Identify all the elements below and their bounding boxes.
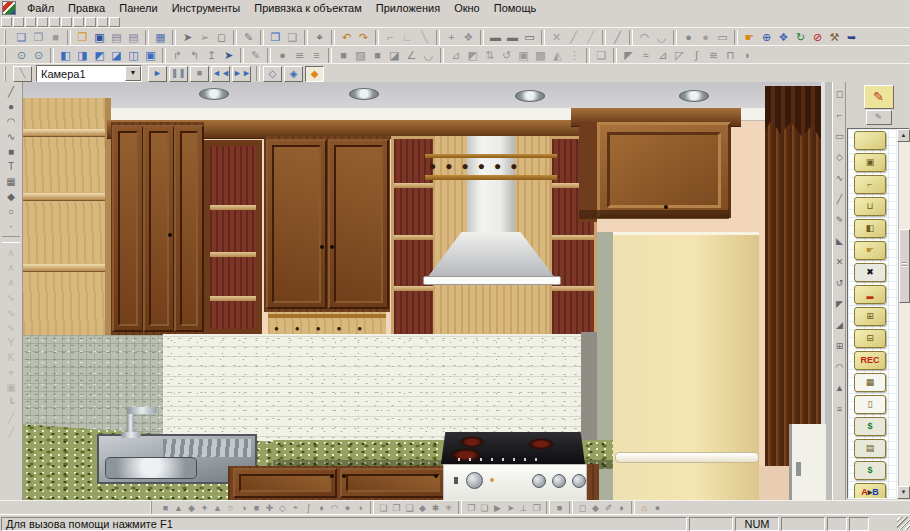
view-back-icon[interactable]: ◨ [74, 48, 91, 63]
pause-button[interactable]: ❚❚ [169, 66, 188, 82]
rect-plus-icon[interactable]: ▭ [714, 30, 731, 45]
misc-icon[interactable]: ◻ [576, 502, 589, 514]
toolbar-placeholder-cell[interactable] [109, 17, 120, 27]
reset-icon[interactable]: ↺ [498, 48, 515, 63]
object-shape-icon[interactable]: ✦ [198, 502, 211, 514]
fitting-icon[interactable]: ◆ [416, 502, 429, 514]
object-shape-icon[interactable]: ◇ [276, 502, 289, 514]
module-cabinet-open[interactable]: ⊟ [854, 329, 886, 348]
module-box[interactable] [854, 131, 886, 150]
tri-right-icon[interactable]: ◢ [834, 317, 846, 334]
toolbar-placeholder-cell[interactable] [85, 17, 96, 27]
accessory-icon[interactable]: ▶ [491, 502, 504, 514]
fitting-icon[interactable]: ❏ [377, 502, 390, 514]
camera-select[interactable]: Камера1 ▼ [36, 65, 142, 82]
tri-up-icon[interactable]: ◤ [834, 296, 846, 313]
arc-down-icon[interactable]: ◡ [653, 30, 670, 45]
room-tool-icon[interactable]: ◩ [464, 48, 481, 63]
scrollbar-thumb[interactable] [899, 229, 910, 303]
object-shape-icon[interactable]: ◠ [328, 502, 341, 514]
palette-scrollbar[interactable] [898, 129, 910, 488]
solid-rect2-icon[interactable]: ▬ [504, 30, 521, 45]
move-view-icon[interactable]: ❖ [775, 30, 792, 45]
view-right-icon[interactable]: ◪ [108, 48, 125, 63]
layers-icon[interactable]: ≡ [308, 48, 325, 63]
object-shape-icon[interactable]: ◖ [354, 502, 367, 514]
material-icon[interactable]: ● [274, 48, 291, 63]
object-shape-icon[interactable]: ◓ [289, 502, 302, 514]
object-shape-icon[interactable]: ○ [224, 502, 237, 514]
arc-tool-icon[interactable]: ◠ [2, 114, 20, 129]
circle-icon[interactable]: ● [680, 30, 697, 45]
print-icon[interactable]: ▦ [152, 30, 169, 45]
line-tool-icon[interactable]: ╱ [2, 84, 20, 99]
toolbar-placeholder-cell[interactable] [1, 17, 12, 27]
module-corner[interactable]: ⌐ [854, 175, 886, 194]
scroll-down-icon[interactable]: ▼ [897, 486, 910, 499]
corner-tool-icon[interactable]: ┗ [2, 395, 20, 410]
view-iso-icon[interactable]: ▣ [142, 48, 159, 63]
home-icon[interactable]: ⌂ [638, 502, 651, 514]
menu-item[interactable]: Правка [61, 1, 112, 15]
polyline-tool-icon[interactable]: ∟ [399, 30, 416, 45]
view-top-icon[interactable]: ◫ [125, 48, 142, 63]
curve-icon[interactable]: ◡ [420, 48, 437, 63]
wireframe-view-button[interactable]: ◇ [263, 66, 282, 82]
accessory-icon[interactable]: ❏ [478, 502, 491, 514]
arc-up-icon[interactable]: ◠ [636, 30, 653, 45]
blob-icon[interactable]: ● [651, 502, 664, 514]
line-tool-icon[interactable]: ⌐ [382, 30, 399, 45]
module-angled[interactable]: ◧ [854, 219, 886, 238]
copy-icon[interactable]: ❐ [267, 30, 284, 45]
play-button[interactable]: ► [148, 66, 167, 82]
text-tool-icon[interactable]: T [2, 159, 20, 174]
object-shape-icon[interactable]: ▲ [172, 502, 185, 514]
rotate-view-icon[interactable]: ↻ [792, 30, 809, 45]
draw-pencil-icon[interactable]: ✎ [247, 48, 264, 63]
view-flag2-icon[interactable]: ↰ [186, 48, 203, 63]
select-icon[interactable]: ➤ [179, 30, 196, 45]
curve-tool-icon[interactable]: ∿ [2, 129, 20, 144]
object-shape-icon[interactable]: ▲ [211, 502, 224, 514]
marquee-select-icon[interactable]: ◻ [213, 30, 230, 45]
edit-model-button[interactable]: ✎ [864, 85, 894, 109]
module-u-shape[interactable]: ⊔ [854, 197, 886, 216]
stop-icon[interactable]: ⊘ [809, 30, 826, 45]
object-shape-icon[interactable]: ■ [159, 502, 172, 514]
module-ab[interactable]: A▸B [854, 483, 886, 499]
export-icon[interactable]: ▤ [125, 30, 142, 45]
spline3-tool-icon[interactable]: ∿ [2, 320, 20, 335]
named-view-icon[interactable]: ➤ [220, 48, 237, 63]
polygon-tool-icon[interactable]: ◆ [2, 189, 20, 204]
pan-hand-icon[interactable]: ☛ [741, 30, 758, 45]
panel-tool-icon[interactable]: ▣ [2, 380, 20, 395]
toolbar-placeholder-cell[interactable] [97, 17, 108, 27]
menu-item[interactable]: Панели [112, 1, 164, 15]
report-icon[interactable]: ❏ [593, 48, 610, 63]
add-node-icon[interactable]: + [443, 30, 460, 45]
solid-rect-icon[interactable]: ▬ [487, 30, 504, 45]
wave-icon[interactable]: ≈ [637, 48, 654, 63]
measure2-tool-icon[interactable]: ╱ [2, 425, 20, 440]
module-red-top[interactable]: ▂ [854, 285, 886, 304]
node-icon[interactable]: ❖ [460, 30, 477, 45]
wall-tool-icon[interactable]: ⊿ [447, 48, 464, 63]
spline2-tool-icon[interactable]: ∿ [2, 305, 20, 320]
zoom-out-icon[interactable]: ⊙ [30, 48, 47, 63]
toolbar-placeholder-cell[interactable] [13, 17, 24, 27]
zoom-icon[interactable]: ⊕ [758, 30, 775, 45]
levels-icon[interactable]: ≌ [291, 48, 308, 63]
placeholder-icon[interactable]: ■ [47, 30, 64, 45]
chevron3-tool-icon[interactable]: ∧ [2, 275, 20, 290]
accessory-icon[interactable]: ❒ [530, 502, 543, 514]
jump-icon[interactable]: ➥ [843, 30, 860, 45]
erase-icon[interactable]: ✕ [834, 254, 846, 271]
build-icon[interactable]: ⚒ [826, 30, 843, 45]
slope-icon[interactable]: ╲ [13, 66, 32, 82]
band-icon[interactable]: ▭ [834, 128, 846, 145]
module-cabinet[interactable]: ⊞ [854, 307, 886, 326]
profile-icon[interactable]: ʃ [688, 48, 705, 63]
branch-tool-icon[interactable]: Y [2, 335, 20, 350]
module-grid-dollar[interactable]: $ [854, 417, 886, 436]
toolbar-placeholder-cell[interactable] [49, 17, 60, 27]
